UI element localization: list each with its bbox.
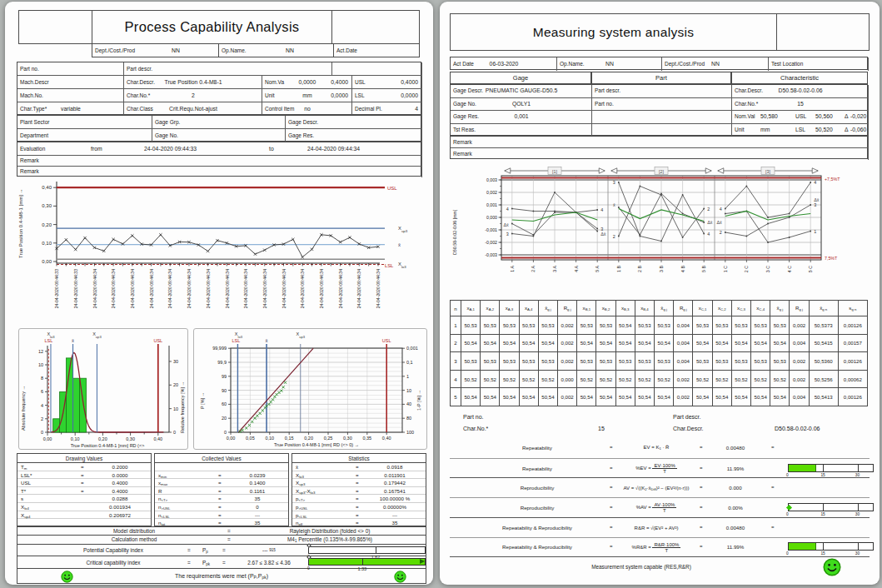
- y-tick-label: -0,001: [485, 227, 497, 232]
- stat-label: s: [21, 496, 23, 501]
- x-tick-label: 0,25: [324, 436, 333, 441]
- stat-value: 0: [228, 504, 287, 510]
- analysis-label: Reproducibility: [466, 505, 608, 511]
- info-cell: USL0,4000: [352, 76, 422, 89]
- y-tick-label: 0,30: [42, 203, 52, 208]
- table-cell: 50,53: [693, 352, 712, 371]
- x-tick-label: 24-04-2020 09:44:34: [282, 269, 287, 308]
- field-value: 50,560: [815, 113, 833, 119]
- data-marker: [311, 248, 313, 251]
- equals-sign: =: [700, 466, 703, 471]
- data-marker: [251, 421, 253, 423]
- y-tick-label: 20: [222, 416, 227, 421]
- equals-sign: =: [610, 525, 613, 530]
- bar-tick-label: 0: [786, 473, 795, 477]
- table-cell: 1: [451, 316, 461, 335]
- field-value: True Position 0.4-M8-1: [124, 79, 262, 85]
- field-label: Remark: [20, 157, 39, 163]
- info-cell: Part no.: [592, 98, 732, 112]
- bar-tick-label: 30: [855, 473, 864, 477]
- stat-value: 0.001934: [91, 504, 149, 510]
- section-label: [2]: [659, 169, 664, 174]
- data-marker: [272, 398, 274, 401]
- x-tick-label: 2 A: [531, 266, 536, 272]
- stats-row: p<LSL=---: [292, 511, 426, 520]
- stat-value: 35: [366, 520, 424, 526]
- axis-label: Xup3: [296, 331, 306, 339]
- y-tick-label: -0,003: [485, 252, 497, 257]
- delta-xbar-label: Δx̄: [707, 220, 713, 225]
- column-header: xC,1: [693, 301, 712, 316]
- table-cell: 50,54: [481, 388, 500, 406]
- table-cell: 0,002: [558, 316, 577, 335]
- column-header: x̄g j: [770, 301, 790, 316]
- x-tick-label: 0,40: [382, 436, 391, 441]
- page-title: Process Capability Analysis: [92, 11, 331, 43]
- column-header: x̄g j: [655, 301, 674, 316]
- section-header: Characteristic: [732, 72, 867, 83]
- field-value: 2: [124, 92, 262, 98]
- stat-label: Xup4: [21, 512, 30, 519]
- field-value: NN: [557, 61, 662, 67]
- axis-label: 20: [173, 382, 178, 387]
- table-cell: 50,53: [519, 316, 538, 335]
- x-tick-label: 5 A: [595, 266, 600, 272]
- stats-row: xmax=0.1400: [155, 479, 288, 487]
- table-cell: 50,53: [577, 352, 596, 371]
- mean-label: x̄: [398, 242, 401, 247]
- y-tick-label: 60: [222, 401, 227, 406]
- info-cell: Act Date06-03-2020: [451, 57, 557, 71]
- y-tick-label: 0,001: [486, 202, 497, 207]
- x-tick-label: 1 C: [723, 266, 728, 272]
- table-cell: 50,54: [615, 388, 635, 406]
- axis-label: Xup3: [92, 331, 102, 339]
- axis-label: 10: [173, 406, 178, 411]
- opname-value: NN: [265, 47, 315, 53]
- field-value: 06-03-2020: [451, 61, 557, 67]
- field-value: Crit.Requ.Not-ajust: [124, 106, 262, 112]
- equals-sign: =: [700, 505, 703, 510]
- table-cell: 50,53: [731, 352, 750, 371]
- x-tick-label: 24-04-2020 09:44:34: [111, 269, 116, 308]
- stats-row: R=0.1161: [155, 487, 288, 496]
- equals-sign: =: [227, 528, 231, 534]
- info-cell: Char.Type*variable: [17, 102, 124, 116]
- gage-part-characteristic-table: Gage Descr.PNEUMATIC GAUGE-D50.5Part des…: [450, 84, 868, 159]
- table-cell: 50,54: [770, 334, 790, 352]
- analysis-label: Repeatability & Reproducibility: [466, 525, 608, 531]
- field-value: no: [262, 106, 352, 112]
- histogram-chart: Xlo3Xup3LSLx̄USL0246810120102030Absolute…: [19, 329, 187, 449]
- equals-sign: =: [610, 445, 613, 450]
- char-descr-value: D50.58-0.02-0.06: [775, 426, 820, 431]
- table-cell: 50,53: [461, 352, 481, 371]
- stats-group: Statisticsx̄=0.0918Xlo3=0.011901Xup3=0.1…: [292, 453, 426, 526]
- field-label: Part descr.: [595, 87, 620, 93]
- data-marker: [301, 256, 303, 258]
- y-tick-label: 99,999: [212, 346, 227, 351]
- axis-label: x̄: [72, 338, 74, 343]
- analysis-formula: %R&R = R&R·100%T: [616, 538, 696, 558]
- table-cell: 50,54: [712, 388, 731, 406]
- equals-sign: =: [218, 488, 222, 494]
- field-label: Evaluation: [20, 146, 45, 152]
- field-value: D50.58-0.02-0.06: [732, 87, 869, 93]
- stat-label: p<LSL: [296, 512, 307, 519]
- stats-row: [155, 463, 288, 471]
- table-cell: 50,54: [461, 334, 481, 352]
- row-value: M41 Percentile (0.135%-x̄-99.865%): [242, 536, 417, 543]
- bar-marker-tick: [362, 558, 363, 566]
- section-start-arrow-icon: [505, 168, 511, 173]
- column-header: n: [451, 301, 461, 316]
- column-header: Rg j: [674, 301, 693, 316]
- info-cell: Dept./Cost./ProdNN: [662, 57, 769, 71]
- info-cell: [592, 111, 732, 124]
- stat-value: 0.0288: [91, 496, 149, 501]
- data-marker: [159, 233, 162, 236]
- table-cell: 50,54: [500, 334, 519, 352]
- table-cell: 50,54: [655, 334, 674, 352]
- bar-tick-label: 30: [855, 551, 864, 556]
- part-no-label: Part no.: [463, 414, 484, 420]
- smiley-ok-icon: [823, 558, 841, 576]
- left-page-process-capability: Process Capability Analysis Dept./Cost./…: [5, 2, 433, 585]
- smiley-ok-icon: [394, 571, 406, 583]
